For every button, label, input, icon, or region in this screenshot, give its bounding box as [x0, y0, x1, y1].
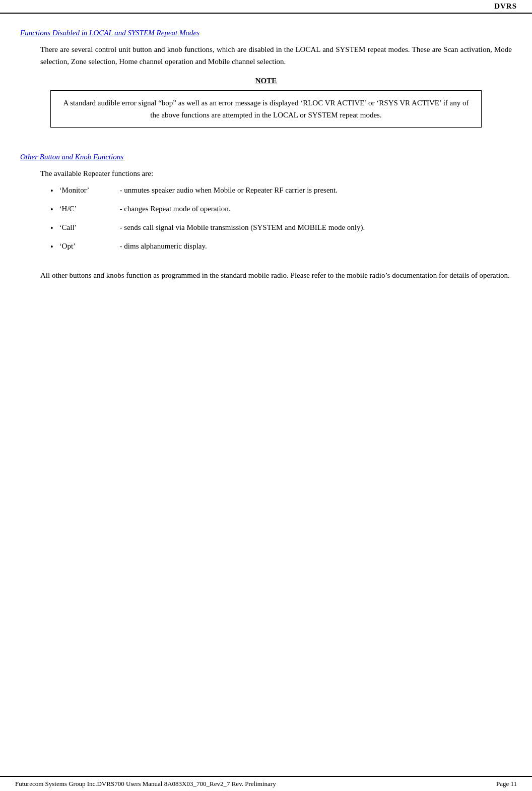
page-container: DVRS Functions Disabled in LOCAL and SYS…: [0, 0, 532, 791]
bullet-dot: •: [50, 204, 53, 216]
section2-heading-text: Other Button and Knob Functions: [20, 153, 123, 161]
bullet-desc: - unmutes speaker audio when Mobile or R…: [120, 185, 338, 196]
spacer2: [20, 259, 512, 269]
section1-heading-link[interactable]: Functions Disabled in LOCAL and SYSTEM R…: [20, 24, 512, 43]
footer-bar: Futurecom Systems Group Inc.DVRS700 User…: [0, 776, 532, 791]
bullet-desc: - dims alphanumeric display.: [120, 240, 207, 252]
note-text: A standard audible error signal “bop” as…: [63, 99, 469, 119]
header-title: DVRS: [494, 2, 517, 11]
content-area: Functions Disabled in LOCAL and SYSTEM R…: [0, 14, 532, 791]
section2-intro: The available Repeater functions are:: [40, 167, 512, 179]
section1-heading-text: Functions Disabled in LOCAL and SYSTEM R…: [20, 29, 200, 37]
note-box: A standard audible error signal “bop” as…: [50, 90, 482, 128]
list-item: • ‘Call’ - sends call signal via Mobile …: [50, 222, 512, 234]
footer-left: Futurecom Systems Group Inc.DVRS700 User…: [15, 780, 276, 788]
bullet-dot: •: [50, 222, 53, 234]
section2-closing: All other buttons and knobs function as …: [40, 269, 512, 281]
bullet-desc: - changes Repeat mode of operation.: [120, 203, 231, 215]
list-item: • ‘Monitor’ - unmutes speaker audio when…: [50, 185, 512, 197]
bullet-term: ‘Call’: [59, 222, 120, 233]
list-item: • ‘Opt’ - dims alphanumeric display.: [50, 240, 512, 253]
bullet-term: ‘Opt’: [59, 240, 120, 252]
bullet-dot: •: [50, 241, 53, 253]
bullet-desc: - sends call signal via Mobile transmiss…: [120, 222, 365, 233]
footer-right: Page 11: [496, 780, 517, 788]
bullet-list: • ‘Monitor’ - unmutes speaker audio when…: [50, 185, 512, 253]
section1-paragraph: There are several control unit button an…: [40, 43, 512, 68]
bullet-term: ‘Monitor’: [59, 185, 120, 196]
header-bar: DVRS: [0, 0, 532, 14]
note-label: NOTE: [20, 77, 512, 85]
section2-heading-link[interactable]: Other Button and Knob Functions: [20, 148, 512, 167]
bullet-term: ‘H/C’: [59, 203, 120, 215]
list-item: • ‘H/C’ - changes Repeat mode of operati…: [50, 203, 512, 216]
spacer1: [20, 138, 512, 148]
bullet-dot: •: [50, 185, 53, 197]
